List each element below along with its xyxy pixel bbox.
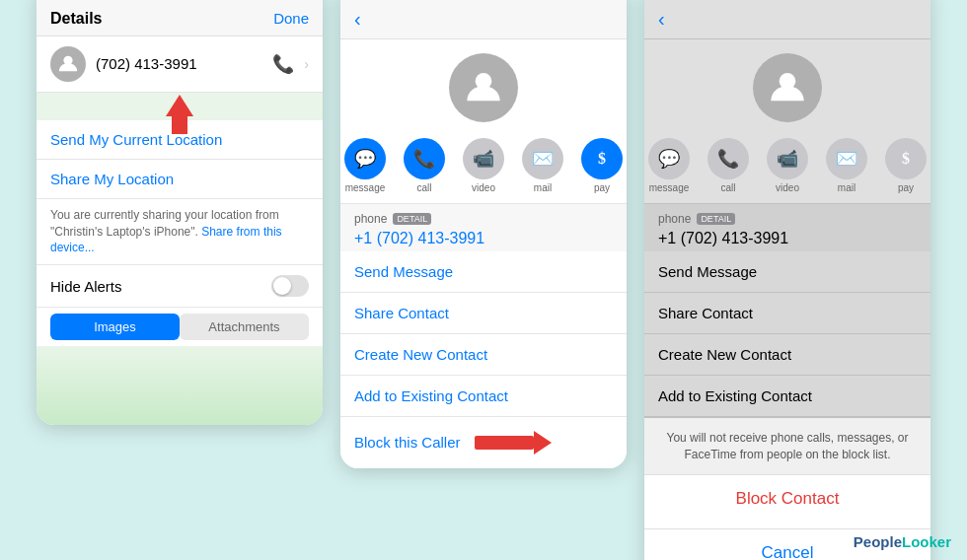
- phone3-mail-label: mail: [838, 182, 855, 193]
- block-caller-item[interactable]: Block this Caller: [340, 417, 627, 468]
- phone2-number[interactable]: +1 (702) 413-3991: [354, 230, 613, 247]
- phone3-mail-btn-col: ✉️ mail: [826, 138, 867, 193]
- watermark: PeopleLooker: [854, 533, 951, 550]
- tabs-row: Images Attachments: [37, 308, 323, 346]
- location-info: You are currently sharing your location …: [37, 199, 323, 265]
- call-button[interactable]: 📞: [404, 138, 445, 179]
- hide-alerts-row: Hide Alerts: [37, 265, 323, 308]
- mail-button[interactable]: ✉️: [522, 138, 563, 179]
- contact-row[interactable]: (702) 413-3991 📞 ›: [37, 36, 323, 93]
- contact-avatar: [50, 46, 86, 82]
- create-contact-item-3: Create New Contact: [644, 334, 930, 376]
- phone3-video-btn-col: 📹 video: [767, 138, 808, 193]
- attachments-tab[interactable]: Attachments: [180, 314, 309, 340]
- phone3-message-btn-col: 💬 message: [648, 138, 690, 193]
- phone3-message-button: 💬: [648, 138, 690, 179]
- phone3-video-label: video: [776, 182, 799, 193]
- mail-label: mail: [534, 182, 552, 193]
- phone3-action-buttons: 💬 message 📞 call 📹 video ✉️ mail $ pay: [644, 132, 930, 204]
- share-contact-item-3: Share Contact: [644, 293, 930, 334]
- images-tab[interactable]: Images: [50, 314, 180, 340]
- phone1-done-button[interactable]: Done: [273, 10, 309, 27]
- call-icon[interactable]: 📞: [272, 53, 294, 75]
- phone3-pay-label: pay: [898, 182, 914, 193]
- phone2-avatar-section: [340, 39, 627, 132]
- phone3-pay-btn-col: $ pay: [885, 138, 927, 193]
- phone2-action-buttons: 💬 message 📞 call 📹 video ✉️ mail $ pay: [340, 132, 627, 204]
- message-label: message: [345, 182, 386, 193]
- block-contact-button[interactable]: Block Contact: [644, 474, 930, 523]
- video-btn-col[interactable]: 📹 video: [463, 138, 504, 193]
- phone2-phone-section: phone DETAIL +1 (702) 413-3991: [340, 204, 627, 251]
- create-contact-item-2[interactable]: Create New Contact: [340, 334, 627, 376]
- phone3-phone-label: phone: [658, 212, 691, 226]
- send-message-item-2[interactable]: Send Message: [340, 251, 627, 293]
- phone3-video-button: 📹: [767, 138, 808, 179]
- video-button[interactable]: 📹: [463, 138, 504, 179]
- video-label: video: [472, 182, 495, 193]
- phone-screen-3: AT&T ▲ 11:45 AM 49% ‹ 💬 message: [644, 0, 930, 560]
- share-location-item[interactable]: Share My Location: [37, 160, 323, 199]
- mail-btn-col[interactable]: ✉️ mail: [522, 138, 563, 193]
- pay-button[interactable]: $: [581, 138, 623, 179]
- pay-btn-col[interactable]: $ pay: [581, 138, 623, 193]
- phone2-phone-label: phone: [354, 212, 387, 226]
- phone2-back-header: ‹: [340, 4, 627, 39]
- phone-screen-1: AT&T ▲ 11:45 AM 49% Details Done (70: [37, 0, 323, 425]
- phone-screen-2: AT&T ▲ 11:45 AM 49% ‹ 💬 message: [340, 0, 627, 468]
- share-contact-item-2[interactable]: Share Contact: [340, 293, 627, 334]
- message-btn-col[interactable]: 💬 message: [344, 138, 386, 193]
- arrow-indicator: [37, 93, 323, 120]
- phone3-back-header: ‹: [644, 4, 930, 39]
- phone3-avatar: [753, 53, 822, 122]
- call-btn-col[interactable]: 📞 call: [404, 138, 445, 193]
- chevron-icon: ›: [304, 56, 309, 72]
- cancel-label: Cancel: [762, 543, 814, 560]
- phone3-number: +1 (702) 413-3991: [658, 230, 917, 247]
- phone3-avatar-section: [644, 39, 930, 132]
- phone3-call-label: call: [720, 182, 735, 193]
- block-dialog-text: You will not receive phone calls, messag…: [666, 431, 908, 461]
- phone2-action-list: Send Message Share Contact Create New Co…: [340, 251, 627, 417]
- phone3-phone-section: phone DETAIL +1 (702) 413-3991: [644, 204, 930, 251]
- block-contact-label: Block Contact: [736, 489, 840, 508]
- message-button[interactable]: 💬: [344, 138, 386, 179]
- watermark-looker: Looker: [902, 533, 951, 550]
- phone3-action-list: Send Message Share Contact Create New Co…: [644, 251, 930, 417]
- contact-number: (702) 413-3991: [96, 55, 262, 72]
- phone2-detail-badge: DETAIL: [393, 213, 431, 225]
- add-existing-item-2[interactable]: Add to Existing Contact: [340, 376, 627, 417]
- phone3-call-button: 📞: [707, 138, 749, 179]
- phone3-message-label: message: [649, 182, 690, 193]
- hide-alerts-label: Hide Alerts: [50, 278, 122, 295]
- block-caller-label: Block this Caller: [354, 434, 461, 451]
- phone3-pay-button: $: [885, 138, 927, 179]
- phone3-mail-button: ✉️: [826, 138, 867, 179]
- call-label: call: [416, 182, 431, 193]
- phone2-avatar: [449, 53, 518, 122]
- back-arrow-3[interactable]: ‹: [658, 8, 665, 30]
- back-arrow-2[interactable]: ‹: [354, 8, 361, 30]
- phone3-detail-badge: DETAIL: [697, 213, 735, 225]
- pay-label: pay: [594, 182, 610, 193]
- share-device-link[interactable]: Share from this device...: [50, 225, 282, 255]
- watermark-people: People: [854, 533, 902, 550]
- red-arrow-icon: [475, 431, 552, 455]
- phone3-call-btn-col: 📞 call: [707, 138, 749, 193]
- phone1-header: Details Done: [37, 4, 323, 36]
- block-dialog: You will not receive phone calls, messag…: [644, 417, 930, 475]
- phone1-title: Details: [50, 10, 102, 28]
- add-existing-item-3: Add to Existing Contact: [644, 376, 930, 417]
- green-area: [37, 346, 323, 425]
- send-message-item-3: Send Message: [644, 251, 930, 293]
- hide-alerts-toggle[interactable]: [271, 275, 309, 297]
